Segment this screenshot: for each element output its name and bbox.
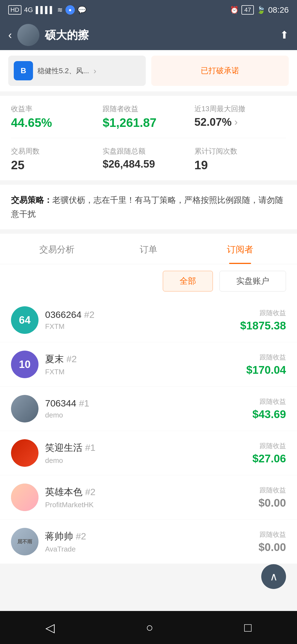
back-button[interactable]: ‹	[8, 29, 12, 41]
subscriber-info-4: 笑迎生活 #1 demo	[45, 441, 246, 465]
strategy-prefix: 交易策略：	[11, 195, 52, 204]
stats-grid: 收益率 44.65% 跟随者收益 $1,261.87 近13周最大回撤 52.0…	[11, 104, 286, 172]
subscriber-platform-3: demo	[45, 411, 246, 419]
header-left: ‹ 硕大的擦	[8, 24, 89, 46]
banner-broken-promise: 已打破承诺	[201, 66, 239, 76]
max-drawdown-value: 52.07%	[194, 116, 232, 128]
filter-live-button[interactable]: 实盘账户	[219, 271, 286, 291]
subscriber-avatar-2: 10	[11, 351, 38, 378]
earning-label-2: 跟随收益	[246, 353, 286, 362]
earning-value-5: $0.00	[258, 497, 286, 509]
list-item[interactable]: 64 0366264 #2 FXTM 跟随收益 $1875.38	[0, 298, 297, 342]
network-icon: 4G	[24, 6, 33, 14]
nav-back-button[interactable]: ◁	[45, 621, 55, 635]
filter-all-button[interactable]: 全部	[163, 271, 213, 291]
banner-section: B 稳健性5.2、风... › 已打破承诺	[0, 50, 297, 91]
stats-divider	[11, 138, 286, 138]
subscriber-earning-3: 跟随收益 $43.69	[252, 397, 286, 421]
stat-trades: 交易周数 25	[11, 146, 103, 172]
earning-label-6: 跟随收益	[258, 530, 286, 539]
stat-max-drawdown: 近13周最大回撤 52.07% ›	[194, 104, 286, 130]
banner-text: 稳健性5.2、风...	[37, 66, 89, 76]
alarm-icon: ⏰	[230, 6, 239, 14]
stats-arrow-icon: ›	[234, 116, 238, 128]
subscriber-earning-1: 跟随收益 $1875.38	[240, 309, 286, 332]
subscriber-platform-1: FXTM	[45, 322, 233, 331]
nav-home-button[interactable]: ○	[146, 621, 153, 634]
subscriber-platform-5: ProfitMarketHK	[45, 501, 252, 509]
header: ‹ 硕大的擦 ⬆	[0, 20, 297, 50]
time-display: 08:26	[268, 5, 289, 15]
subscribers-section: 64 0366264 #2 FXTM 跟随收益 $1875.38 10 夏末 #…	[0, 298, 297, 564]
earning-value-1: $1875.38	[240, 320, 286, 332]
stat-follower-earning: 跟随者收益 $1,261.87	[103, 104, 194, 130]
earning-label-4: 跟随收益	[252, 441, 286, 450]
subscriber-earning-4: 跟随收益 $27.06	[252, 441, 286, 465]
subscriber-platform-6: AvaTrade	[45, 545, 252, 553]
subscriber-earning-6: 跟随收益 $0.00	[258, 530, 286, 553]
banner-card[interactable]: B 稳健性5.2、风... ›	[8, 56, 146, 86]
subscriber-avatar-3	[11, 395, 38, 422]
follower-earning-value: $1,261.87	[103, 116, 194, 130]
subscriber-avatar-5	[11, 484, 38, 511]
subscriber-info-2: 夏末 #2 FXTM	[45, 353, 240, 376]
subscriber-info-5: 英雄本色 #2 ProfitMarketHK	[45, 486, 252, 509]
scroll-top-button[interactable]: ∧	[261, 564, 286, 589]
banner-arrow: ›	[94, 66, 97, 76]
chevron-up-icon: ∧	[270, 570, 278, 583]
list-item[interactable]: 706344 #1 demo 跟随收益 $43.69	[0, 387, 297, 431]
status-left: HD 4G ▌▌▌▌ ≋ ● 💬	[8, 5, 86, 15]
profile-avatar	[17, 24, 39, 46]
filter-section: 全部 实盘账户	[0, 264, 297, 298]
header-title: 硕大的擦	[45, 28, 89, 43]
share-button[interactable]: ⬆	[280, 29, 289, 41]
list-item[interactable]: 屈不雨 蒋帅帅 #2 AvaTrade 跟随收益 $0.00	[0, 520, 297, 564]
trades-label: 交易周数	[11, 146, 103, 156]
banner-icon: B	[14, 61, 33, 80]
vpn-icon: ●	[65, 5, 75, 15]
status-bar: HD 4G ▌▌▌▌ ≋ ● 💬 ⏰ 47 🍃 08:26	[0, 0, 297, 20]
return-rate-value: 44.65%	[11, 116, 103, 130]
subscriber-platform-2: FXTM	[45, 368, 240, 376]
tabs-section: 交易分析 订单 订阅者	[0, 234, 297, 264]
subscriber-avatar-6: 屈不雨	[11, 528, 38, 555]
earning-value-6: $0.00	[258, 541, 286, 553]
trades-value: 25	[11, 158, 103, 172]
subscriber-avatar-4	[11, 439, 38, 467]
earning-label-5: 跟随收益	[258, 486, 286, 495]
stat-subscribe-count: 累计订阅次数 19	[194, 146, 286, 172]
strategy-text: 交易策略：老骥伏枥，志在千里！有马丁策略，严格按照比例跟随，请勿随意干扰	[11, 193, 286, 221]
subscriber-info-3: 706344 #1 demo	[45, 398, 246, 419]
subscriber-avatar-1: 64	[11, 306, 38, 334]
signal-icon: ▌▌▌▌	[36, 6, 54, 14]
list-item[interactable]: 英雄本色 #2 ProfitMarketHK 跟随收益 $0.00	[0, 475, 297, 520]
earning-value-4: $27.06	[252, 452, 286, 465]
wifi-icon: ≋	[57, 6, 63, 14]
subscriber-info-6: 蒋帅帅 #2 AvaTrade	[45, 530, 252, 553]
nav-recent-button[interactable]: □	[244, 621, 252, 634]
list-item[interactable]: 10 夏末 #2 FXTM 跟随收益 $170.04	[0, 342, 297, 387]
stat-total-follow: 实盘跟随总额 $26,484.59	[103, 146, 194, 172]
earning-value-3: $43.69	[252, 408, 286, 421]
tab-analysis[interactable]: 交易分析	[11, 234, 103, 264]
list-item[interactable]: 笑迎生活 #1 demo 跟随收益 $27.06	[0, 431, 297, 475]
return-rate-label: 收益率	[11, 104, 103, 114]
total-follow-label: 实盘跟随总额	[103, 146, 194, 156]
subscriber-earning-2: 跟随收益 $170.04	[246, 353, 286, 376]
earning-label-1: 跟随收益	[240, 309, 286, 317]
battery-indicator: 47	[241, 5, 254, 15]
tab-subscribers[interactable]: 订阅者	[194, 234, 286, 264]
strategy-section: 交易策略：老骥伏枥，志在千里！有马丁策略，严格按照比例跟随，请勿随意干扰	[0, 185, 297, 229]
stats-section: 收益率 44.65% 跟随者收益 $1,261.87 近13周最大回撤 52.0…	[0, 96, 297, 180]
subscriber-platform-4: demo	[45, 456, 246, 465]
max-drawdown-label: 近13周最大回撤	[194, 104, 286, 114]
subscriber-name-1: 0366264 #2	[45, 309, 233, 320]
subscriber-name-5: 英雄本色 #2	[45, 486, 252, 498]
subscribe-count-label: 累计订阅次数	[194, 146, 286, 156]
status-right: ⏰ 47 🍃 08:26	[230, 5, 289, 15]
tab-orders[interactable]: 订单	[103, 234, 194, 264]
subscriber-name-6: 蒋帅帅 #2	[45, 530, 252, 543]
subscriber-name-2: 夏末 #2	[45, 353, 240, 365]
tabs-row: 交易分析 订单 订阅者	[11, 234, 286, 264]
subscriber-name-4: 笑迎生活 #1	[45, 441, 246, 454]
